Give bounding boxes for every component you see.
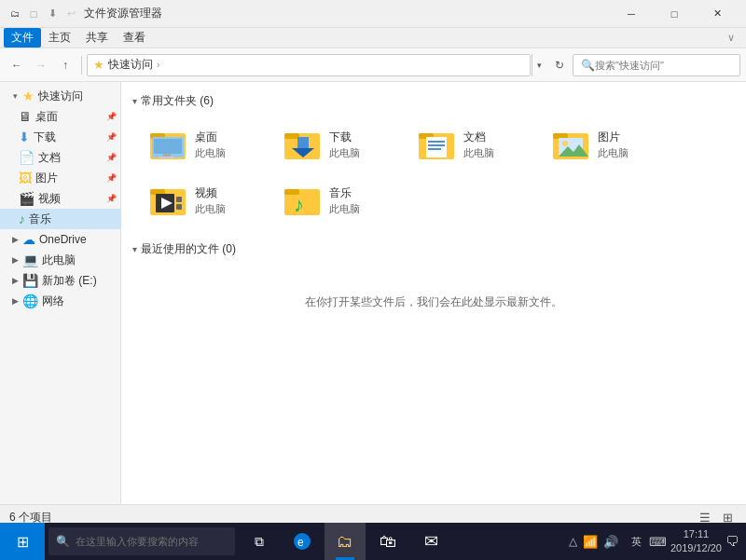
sidebar-item-downloads[interactable]: ⬇ 下载 📌 — [0, 127, 120, 147]
systray-network-icon: 📶 — [583, 535, 598, 549]
music-folder-svg: ♪ — [284, 184, 322, 217]
expand-arrow-newvol: ▶ — [9, 276, 21, 285]
sidebar-item-music[interactable]: ♪ 音乐 — [0, 209, 120, 229]
sidebar-label-pictures: 图片 — [35, 171, 58, 186]
sidebar-label-videos: 视频 — [38, 191, 61, 207]
sidebar-label-quick-access: 快速访问 — [38, 89, 83, 104]
desktop-folder-svg — [150, 128, 187, 161]
common-folders-header: ▾ 常用文件夹 (6) — [132, 93, 735, 109]
sidebar-item-thispc[interactable]: ▶ 💻 此电脑 — [0, 250, 120, 270]
content-area: ▾ 常用文件夹 (6) 桌面 此电脑 — [121, 82, 746, 504]
taskbar-search-box[interactable]: 🔍 — [48, 527, 235, 555]
expand-arrow-network: ▶ — [9, 296, 21, 306]
sidebar-label-music: 音乐 — [29, 212, 51, 227]
recent-files-title: 最近使用的文件 (0) — [141, 241, 236, 257]
folder-info-pictures: 图片 此电脑 — [598, 130, 629, 160]
documents-folder-svg — [419, 128, 456, 161]
folder-icon-music-wrap: ♪ — [284, 182, 322, 219]
quick-access-icon: □ — [26, 7, 41, 21]
empty-recent-message: 在你打开某些文件后，我们会在此处显示最新文件。 — [132, 266, 735, 338]
title-bar: 🗂 □ ⬇ ↩ 文件资源管理器 ─ □ ✕ — [0, 0, 746, 28]
pin-icon-desktop: 📌 — [106, 112, 117, 121]
sidebar-item-network[interactable]: ▶ 🌐 网络 — [0, 291, 120, 311]
taskbar-search-input[interactable] — [76, 536, 228, 547]
taskbar-app-explorer[interactable]: 🗂 — [325, 523, 366, 560]
taskbar-app-store[interactable]: 🛍 — [367, 523, 408, 560]
pin-icon-documents: 📌 — [106, 153, 117, 162]
quick-access-folder-icon: ★ — [22, 89, 35, 103]
folder-sub-pictures: 此电脑 — [598, 146, 629, 160]
taskbar-app-edge[interactable]: e — [282, 523, 323, 560]
search-input[interactable] — [595, 60, 734, 71]
folder-item-videos[interactable]: 视频 此电脑 — [142, 174, 272, 226]
expand-arrow-onedrive: ▶ — [9, 235, 21, 244]
thispc-icon: 💻 — [22, 253, 38, 267]
videos-folder-svg — [150, 184, 187, 217]
title-bar-title: 文件资源管理器 — [84, 6, 610, 21]
refresh-button[interactable]: ↻ — [548, 54, 571, 76]
address-path-box[interactable]: ★ 快速访问 › — [87, 54, 531, 76]
sidebar-item-desktop[interactable]: 🖥 桌面 📌 — [0, 106, 120, 127]
search-box[interactable]: 🔍 — [573, 54, 740, 76]
address-dropdown[interactable]: ▾ — [532, 54, 546, 76]
folder-icon-pictures-wrap — [553, 126, 590, 163]
notification-icon[interactable]: 🗨 — [725, 534, 739, 549]
sidebar-item-onedrive[interactable]: ▶ ☁ OneDrive — [0, 229, 120, 250]
folder-icon-desktop-wrap — [150, 126, 187, 163]
back-button[interactable]: ← — [6, 54, 28, 76]
taskbar-search-icon: 🔍 — [56, 535, 70, 548]
folder-name-documents: 文档 — [463, 130, 494, 145]
minimize-button[interactable]: ─ — [610, 0, 653, 28]
folder-item-documents[interactable]: 文档 此电脑 — [410, 118, 541, 171]
svg-rect-5 — [159, 157, 174, 158]
menu-share[interactable]: 共享 — [78, 28, 116, 48]
sidebar-label-downloads: 下载 — [34, 130, 56, 145]
svg-rect-12 — [426, 137, 447, 157]
sidebar-item-pictures[interactable]: 🖼 图片 📌 — [0, 168, 120, 188]
svg-rect-3 — [154, 139, 182, 154]
forward-button[interactable]: → — [30, 54, 52, 76]
start-button[interactable]: ⊞ — [0, 523, 45, 560]
sidebar-item-videos[interactable]: 🎬 视频 📌 — [0, 188, 120, 209]
menu-chevron[interactable]: ∨ — [720, 30, 742, 46]
folder-item-desktop[interactable]: 桌面 此电脑 — [142, 118, 272, 171]
edge-icon: e — [293, 532, 311, 551]
keyboard-icon: ⌨ — [649, 535, 667, 549]
folder-info-documents: 文档 此电脑 — [463, 130, 494, 160]
pin-icon-downloads: 📌 — [106, 132, 117, 142]
taskbar-app-taskview[interactable]: ⧉ — [239, 523, 280, 560]
window-controls: ─ □ ✕ — [610, 0, 739, 28]
folder-sub-desktop: 此电脑 — [195, 146, 226, 160]
empty-recent-text: 在你打开某些文件后，我们会在此处显示最新文件。 — [305, 295, 562, 308]
close-button[interactable]: ✕ — [696, 0, 739, 28]
pin-icon-videos: 📌 — [106, 194, 117, 203]
expand-arrow-thispc: ▶ — [9, 255, 21, 265]
menu-file[interactable]: 文件 — [4, 28, 41, 48]
sidebar-item-documents[interactable]: 📄 文档 📌 — [0, 147, 120, 168]
sidebar-item-quick-access[interactable]: ▾ ★ 快速访问 — [0, 86, 120, 106]
undo-icon: ↩ — [63, 7, 78, 21]
toolbar: ← → ↑ ★ 快速访问 › ▾ ↻ 🔍 — [0, 48, 746, 82]
systray-up-arrow[interactable]: △ — [569, 535, 577, 548]
folder-item-downloads[interactable]: 下载 此电脑 — [276, 118, 407, 171]
svg-rect-4 — [163, 154, 171, 157]
taskbar-apps: ⧉ e 🗂 🛍 ✉ — [239, 523, 451, 560]
recent-files-header: ▾ 最近使用的文件 (0) — [132, 241, 735, 257]
music-icon: ♪ — [19, 212, 25, 226]
sidebar-label-network: 网络 — [42, 294, 64, 309]
taskbar-app-mail[interactable]: ✉ — [410, 523, 451, 560]
collapse-common-arrow[interactable]: ▾ — [132, 96, 137, 106]
collapse-recent-arrow[interactable]: ▾ — [132, 244, 137, 254]
folder-item-music[interactable]: ♪ 音乐 此电脑 — [276, 174, 407, 226]
sidebar-item-newvol[interactable]: ▶ 💾 新加卷 (E:) — [0, 270, 120, 291]
taskbar-time[interactable]: 17:11 2019/12/20 — [670, 527, 722, 556]
folder-item-pictures[interactable]: 图片 此电脑 — [545, 118, 675, 171]
svg-rect-13 — [428, 141, 445, 143]
svg-rect-25 — [176, 197, 182, 202]
menu-view[interactable]: 查看 — [116, 28, 153, 48]
up-button[interactable]: ↑ — [54, 54, 76, 76]
folder-sub-downloads: 此电脑 — [329, 146, 360, 160]
svg-text:e: e — [297, 536, 304, 549]
maximize-button[interactable]: □ — [653, 0, 696, 28]
menu-home[interactable]: 主页 — [41, 28, 78, 48]
